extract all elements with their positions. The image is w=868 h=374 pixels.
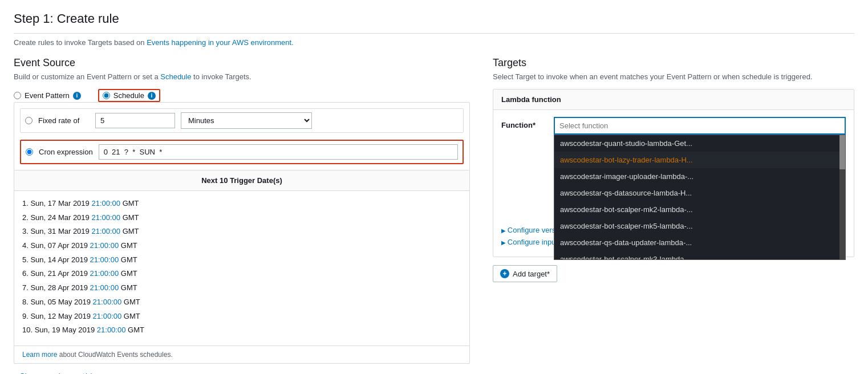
- add-target-plus-icon: +: [500, 269, 509, 278]
- learn-more-text: about CloudWatch Events schedules.: [57, 351, 172, 359]
- fixed-rate-label: Fixed rate of: [38, 116, 90, 125]
- cron-row: Cron expression: [20, 140, 464, 164]
- dropdown-item-6[interactable]: awscodestar-bot-scalper-mk5-lambda-...: [554, 218, 845, 234]
- fixed-rate-input[interactable]: [95, 113, 175, 128]
- learn-more-link[interactable]: Learn more: [22, 351, 57, 359]
- targets-panel: Targets Select Target to invoke when an …: [493, 57, 854, 374]
- schedule-header: Next 10 Trigger Date(s): [14, 170, 469, 191]
- schedule-date-2: 2. Sun, 24 Mar 2019 21:00:00 GMT: [22, 211, 461, 225]
- dropdown-item-8[interactable]: awscodestar-bot-scalper-mk3-lambda-...: [554, 251, 845, 260]
- schedule-option[interactable]: Schedule i: [98, 89, 160, 102]
- fixed-rate-row: Fixed rate of Minutes Hours Days: [20, 108, 464, 133]
- schedule-radio[interactable]: [103, 92, 110, 99]
- subtitle-link[interactable]: Events happening in your AWS environment…: [147, 38, 294, 47]
- schedule-list: 1. Sun, 17 Mar 2019 21:00:00 GMT 2. Sun,…: [14, 191, 469, 345]
- fixed-rate-radio[interactable]: [25, 117, 33, 124]
- source-type-radio-group: Event Pattern i Schedule i: [14, 89, 470, 102]
- schedule-dates-box: Next 10 Trigger Date(s) 1. Sun, 17 Mar 2…: [14, 170, 469, 363]
- event-source-desc: Build or customize an Event Pattern or s…: [14, 72, 470, 81]
- cron-input[interactable]: [99, 144, 458, 160]
- schedule-date-7: 7. Sun, 28 Apr 2019 21:00:00 GMT: [22, 281, 461, 295]
- page-title: Step 1: Create rule: [14, 11, 854, 34]
- cron-radio[interactable]: [26, 148, 33, 156]
- schedule-link[interactable]: Schedule: [160, 72, 191, 81]
- event-pattern-option[interactable]: Event Pattern i: [14, 91, 81, 100]
- dropdown-scrollbar-thumb[interactable]: [839, 135, 845, 169]
- add-target-label: Add target*: [513, 270, 550, 278]
- fixed-rate-unit-select[interactable]: Minutes Hours Days: [181, 112, 312, 129]
- event-source-title: Event Source: [14, 57, 470, 69]
- function-row: Function* awscodestar-quant-studio-lambd…: [501, 117, 846, 135]
- event-source-box: Fixed rate of Minutes Hours Days Cron ex…: [14, 102, 470, 364]
- lambda-body: Function* awscodestar-quant-studio-lambd…: [493, 110, 854, 257]
- function-dropdown: awscodestar-quant-studio-lambda-Get... a…: [554, 135, 846, 260]
- event-pattern-radio[interactable]: [14, 92, 21, 99]
- cron-label: Cron expression: [39, 148, 93, 156]
- dropdown-item-1[interactable]: awscodestar-quant-studio-lambda-Get...: [554, 135, 845, 152]
- dropdown-item-2[interactable]: awscodestar-bot-lazy-trader-lambda-H...: [554, 152, 845, 168]
- schedule-date-1: 1. Sun, 17 Mar 2019 21:00:00 GMT: [22, 197, 461, 211]
- page-subtitle: Create rules to invoke Targets based on …: [14, 38, 854, 47]
- function-label-text: Function*: [501, 121, 536, 129]
- dropdown-scrollbar-track: [839, 135, 845, 259]
- targets-desc: Select Target to invoke when an event ma…: [493, 72, 854, 81]
- function-input-wrap: awscodestar-quant-studio-lambda-Get... a…: [554, 117, 846, 135]
- dropdown-item-4[interactable]: awscodestar-qs-datasource-lambda-H...: [554, 185, 845, 201]
- event-pattern-info-icon[interactable]: i: [73, 92, 81, 100]
- learn-more-section: Learn more about CloudWatch Events sched…: [14, 345, 469, 363]
- show-sample-label: Show sample event(s): [20, 372, 94, 374]
- schedule-date-8: 8. Sun, 05 May 2019 21:00:00 GMT: [22, 295, 461, 310]
- lambda-header: Lambda function: [493, 90, 854, 110]
- dropdown-item-3[interactable]: awscodestar-imager-uploader-lambda-...: [554, 168, 845, 185]
- schedule-date-3: 3. Sun, 31 Mar 2019 21:00:00 GMT: [22, 225, 461, 239]
- show-sample-toggle[interactable]: Show sample event(s): [14, 372, 470, 374]
- function-search-input[interactable]: [554, 117, 846, 135]
- schedule-date-5: 5. Sun, 14 Apr 2019 21:00:00 GMT: [22, 253, 461, 267]
- schedule-date-4: 4. Sun, 07 Apr 2019 21:00:00 GMT: [22, 239, 461, 253]
- event-source-panel: Event Source Build or customize an Event…: [14, 57, 470, 374]
- schedule-date-10: 10. Sun, 19 May 2019 21:00:00 GMT: [22, 323, 461, 338]
- schedule-date-6: 6. Sun, 21 Apr 2019 21:00:00 GMT: [22, 267, 461, 281]
- dropdown-item-7[interactable]: awscodestar-qs-data-updater-lambda-...: [554, 234, 845, 251]
- add-target-button[interactable]: + Add target*: [493, 265, 557, 282]
- lambda-function-box: Lambda function Function* awscodestar-qu…: [493, 89, 854, 257]
- event-pattern-label: Event Pattern: [25, 91, 70, 100]
- schedule-label: Schedule: [113, 91, 144, 100]
- schedule-date-9: 9. Sun, 12 May 2019 21:00:00 GMT: [22, 310, 461, 324]
- targets-title: Targets: [493, 57, 854, 69]
- function-label: Function*: [501, 117, 547, 129]
- schedule-info-icon[interactable]: i: [148, 92, 156, 100]
- dropdown-item-5[interactable]: awscodestar-bot-scalper-mk2-lambda-...: [554, 201, 845, 218]
